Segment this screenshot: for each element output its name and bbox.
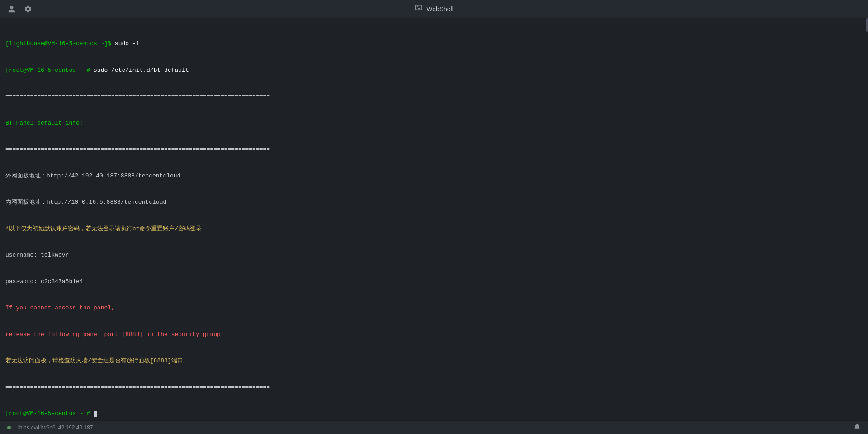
top-bar: WebShell bbox=[0, 0, 868, 18]
line-5: ========================================… bbox=[5, 145, 863, 154]
bottom-bar: lhins-cv41w6n6 42.192.40.187 bbox=[0, 420, 868, 434]
top-bar-left bbox=[7, 5, 33, 14]
terminal-content: [lighthouse@VM-16-5-centos ~]$ sudo -i [… bbox=[5, 22, 863, 420]
line-13: 若无法访问面板，请检查防火墙/安全组是否有放行面板[8888]端口 bbox=[5, 356, 863, 365]
line-4: BT-Panel default info! bbox=[5, 119, 863, 128]
line-12: release the following panel port [8888] … bbox=[5, 330, 863, 339]
line-14: ========================================… bbox=[5, 383, 863, 392]
bell-icon[interactable] bbox=[854, 423, 861, 432]
line-15: [root@VM-16-5-centos ~]# bbox=[5, 409, 863, 418]
line-11: If you cannot access the panel, bbox=[5, 303, 863, 313]
line-3: ========================================… bbox=[5, 92, 863, 101]
scrollbar-thumb[interactable] bbox=[866, 18, 868, 32]
line-1: [lighthouse@VM-16-5-centos ~]$ sudo -i bbox=[5, 39, 863, 48]
scrollbar-track[interactable] bbox=[865, 18, 868, 420]
user-icon[interactable] bbox=[7, 5, 16, 14]
line-8: *以下仅为初始默认账户密码，若无法登录请执行bt命令重置账户/密码登录 bbox=[5, 224, 863, 233]
terminal-area[interactable]: [lighthouse@VM-16-5-centos ~]$ sudo -i [… bbox=[0, 18, 868, 420]
instance-ip: 42.192.40.187 bbox=[58, 425, 93, 431]
line-2: [root@VM-16-5-centos ~]# sudo /etc/init.… bbox=[5, 66, 863, 75]
line-7: 内网面板地址：http://10.0.16.5:8888/tencentclou… bbox=[5, 198, 863, 207]
terminal-icon bbox=[415, 4, 423, 14]
instance-info: lhins-cv41w6n6 42.192.40.187 bbox=[18, 425, 93, 431]
instance-id: lhins-cv41w6n6 bbox=[18, 425, 56, 431]
line-9: username: telkwevr bbox=[5, 251, 863, 260]
top-bar-center: WebShell bbox=[415, 4, 453, 14]
settings-icon[interactable] bbox=[24, 5, 33, 14]
connection-status-dot bbox=[7, 426, 11, 429]
line-6: 外网面板地址：http://42.192.40.187:8888/tencent… bbox=[5, 172, 863, 181]
page-title: WebShell bbox=[426, 5, 453, 13]
line-10: password: c2c347a5b1e4 bbox=[5, 277, 863, 286]
